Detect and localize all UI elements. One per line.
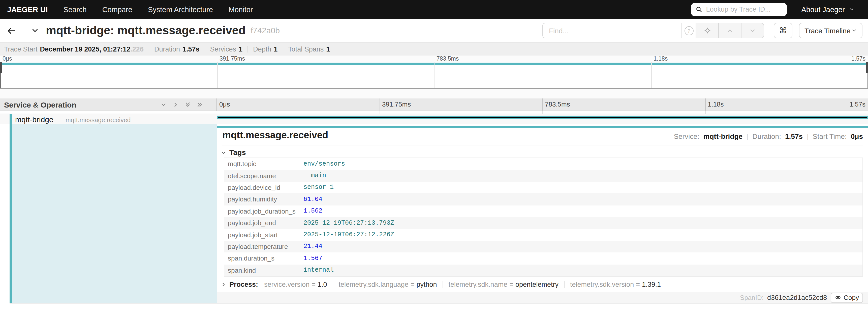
trace-lookup-input[interactable] bbox=[705, 5, 782, 13]
keyboard-shortcuts-button[interactable]: ⌘ bbox=[774, 23, 793, 38]
process-key: telemetry.sdk.version bbox=[570, 281, 634, 288]
tick-label: 783.5ms bbox=[436, 56, 459, 62]
tag-key: payload.humidity bbox=[228, 196, 304, 203]
tag-row-payload.device_id[interactable]: payload.device_idsensor-1 bbox=[224, 182, 863, 194]
process-key: telemetry.sdk.language bbox=[339, 281, 408, 288]
timeline-minimap[interactable] bbox=[0, 62, 868, 89]
find-group: ? bbox=[542, 23, 764, 38]
tag-value: 2025-12-19T06:27:13.793Z bbox=[304, 219, 394, 226]
find-next-button[interactable] bbox=[742, 23, 764, 38]
tag-row-otel.scope.name[interactable]: otel.scope.name__main__ bbox=[224, 170, 863, 182]
service-operation-label: Service & Operation bbox=[4, 100, 160, 109]
expand-one-icon[interactable] bbox=[173, 101, 179, 108]
tag-row-payload.humidity[interactable]: payload.humidity61.04 bbox=[224, 193, 863, 205]
span-detail-panel: mqtt.message.received Service:mqtt-bridg… bbox=[217, 124, 868, 303]
divider bbox=[442, 281, 443, 288]
expand-all-icon[interactable] bbox=[196, 101, 203, 108]
nav-item-search[interactable]: Search bbox=[63, 5, 87, 13]
minimap-tick-labels: 0μs391.75ms783.5ms1.18s1.57s bbox=[0, 56, 868, 62]
collapse-trace-header-button[interactable] bbox=[31, 26, 39, 35]
detail-divider bbox=[222, 145, 863, 145]
chevron-down-icon bbox=[851, 28, 857, 33]
tag-key: payload.job_end bbox=[228, 219, 304, 227]
trace-header: mqtt-bridge: mqtt.message.received f742a… bbox=[0, 19, 868, 43]
tag-row-payload.job_end[interactable]: payload.job_end2025-12-19T06:27:13.793Z bbox=[224, 217, 863, 229]
tag-value: 21.44 bbox=[304, 243, 322, 250]
detail-operation-title: mqtt.message.received bbox=[222, 130, 328, 141]
chevron-down-icon bbox=[749, 27, 756, 34]
top-nav: JAEGER UI SearchCompareSystem Architectu… bbox=[0, 0, 868, 19]
process-toggle[interactable]: Process: service.version=1.0telemetry.sd… bbox=[221, 281, 661, 288]
tag-value: 1.567 bbox=[304, 255, 322, 262]
trace-depth: Depth1 bbox=[253, 46, 278, 53]
tag-value: internal bbox=[304, 266, 334, 274]
span-duration-bar[interactable] bbox=[217, 116, 868, 119]
tag-row-payload.job_start[interactable]: payload.job_start2025-12-19T06:27:12.226… bbox=[224, 229, 863, 241]
trace-services: Services1 bbox=[210, 46, 243, 53]
timeline-gridline bbox=[379, 98, 380, 111]
chevron-down-icon bbox=[31, 26, 39, 35]
nav-item-monitor[interactable]: Monitor bbox=[228, 5, 253, 13]
tag-row-span.kind[interactable]: span.kindinternal bbox=[224, 264, 863, 276]
find-input[interactable] bbox=[548, 26, 677, 35]
trace-summary-bar: Trace Start December 19 2025, 01:27:12.2… bbox=[0, 43, 868, 56]
tag-row-mqtt.topic[interactable]: mqtt.topicenv/sensors bbox=[224, 158, 863, 170]
tags-toggle[interactable]: Tags bbox=[221, 148, 246, 157]
tag-row-span.duration_s[interactable]: span.duration_s1.567 bbox=[224, 252, 863, 264]
tag-value: 1.562 bbox=[304, 208, 322, 215]
collapse-one-icon[interactable] bbox=[160, 101, 167, 108]
nav-menu: SearchCompareSystem ArchitectureMonitor bbox=[63, 5, 253, 13]
process-pair-telemetry.sdk.language: telemetry.sdk.language=python bbox=[339, 281, 437, 288]
nav-item-system-architecture[interactable]: System Architecture bbox=[148, 5, 213, 13]
tag-row-payload.job_duration_s[interactable]: payload.job_duration_s1.562 bbox=[224, 205, 863, 217]
detail-left-column[interactable] bbox=[12, 124, 217, 303]
trace-duration: Duration1.57s bbox=[154, 46, 199, 53]
tick-label: 1.57s bbox=[849, 101, 866, 108]
timeline-grid-header: Service & Operation 0μs391.75ms783.5ms1.… bbox=[0, 98, 868, 111]
trace-lookup-box[interactable] bbox=[691, 3, 786, 16]
detail-left-gutter bbox=[0, 124, 9, 303]
detail-bottom-border bbox=[9, 303, 868, 304]
process-pair-telemetry.sdk.version: telemetry.sdk.version=1.39.1 bbox=[570, 281, 661, 288]
tag-value: 2025-12-19T06:27:12.226Z bbox=[304, 231, 394, 238]
back-button[interactable] bbox=[0, 19, 23, 43]
process-label: Process: bbox=[229, 281, 258, 288]
find-prev-button[interactable] bbox=[719, 23, 742, 38]
copy-span-link-button[interactable]: Copy bbox=[831, 292, 863, 303]
chevron-right-icon bbox=[221, 282, 226, 287]
tag-key: span.kind bbox=[228, 266, 304, 274]
about-jaeger-menu[interactable]: About Jaeger bbox=[801, 5, 855, 13]
timeline-gridline bbox=[542, 98, 543, 111]
trace-start: Trace Start December 19 2025, 01:27:12.2… bbox=[4, 46, 144, 53]
span-id-value: d361ea2d1ac52cd8 bbox=[767, 294, 827, 302]
tags-label: Tags bbox=[229, 148, 246, 157]
nav-item-compare[interactable]: Compare bbox=[102, 5, 132, 13]
tag-value: sensor-1 bbox=[304, 184, 334, 191]
timeline-gridline bbox=[217, 62, 217, 88]
tick-label: 1.18s bbox=[653, 56, 668, 62]
tag-key: payload.device_id bbox=[228, 184, 304, 191]
process-pair-service.version: service.version=1.0 bbox=[264, 281, 327, 288]
divider bbox=[282, 46, 283, 53]
collapse-all-icon[interactable] bbox=[185, 101, 191, 108]
trace-view-select[interactable]: Trace Timeline bbox=[799, 23, 863, 38]
collapse-controls bbox=[160, 101, 203, 108]
divider bbox=[564, 281, 564, 288]
chevron-up-icon bbox=[726, 27, 734, 34]
focus-span-button[interactable] bbox=[696, 23, 719, 38]
process-key: service.version bbox=[264, 281, 310, 288]
viewport-right-handle[interactable] bbox=[866, 62, 868, 73]
arrow-left-icon bbox=[6, 26, 17, 36]
link-icon bbox=[835, 294, 841, 301]
find-field[interactable] bbox=[542, 23, 682, 38]
tags-table: mqtt.topicenv/sensorsotel.scope.name__ma… bbox=[224, 158, 863, 277]
viewport-left-handle[interactable] bbox=[0, 62, 2, 73]
tick-label: 1.18s bbox=[708, 101, 724, 108]
divider bbox=[248, 46, 248, 53]
find-help[interactable]: ? bbox=[682, 23, 696, 38]
process-value: 1.0 bbox=[317, 281, 327, 288]
app-logo[interactable]: JAEGER UI bbox=[7, 5, 48, 13]
trace-id: f742a0b bbox=[250, 26, 280, 35]
tag-row-payload.temperature[interactable]: payload.temperature21.44 bbox=[224, 241, 863, 252]
span-id-label: SpanID: bbox=[740, 294, 764, 302]
